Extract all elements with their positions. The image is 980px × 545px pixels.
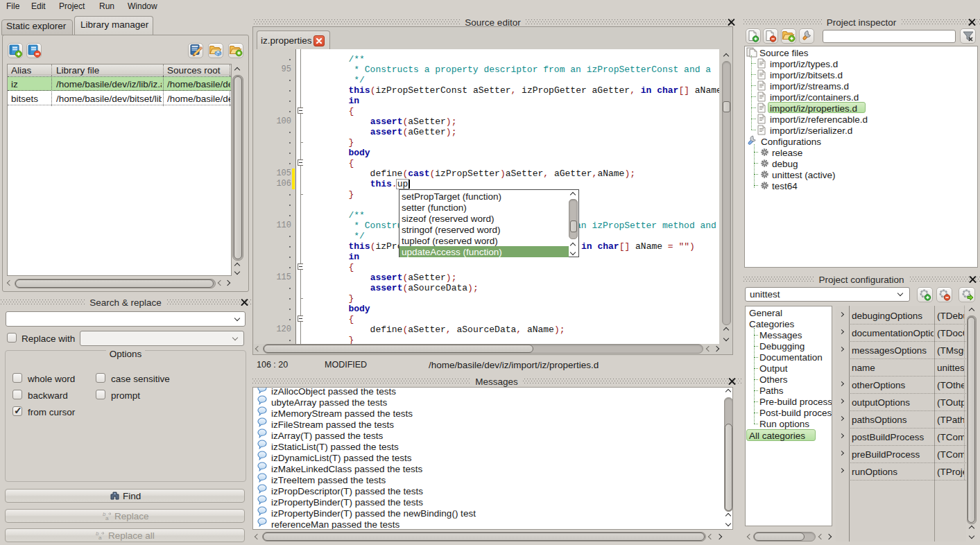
svg-text:a: a — [98, 535, 102, 540]
svg-text:a: a — [105, 515, 109, 521]
